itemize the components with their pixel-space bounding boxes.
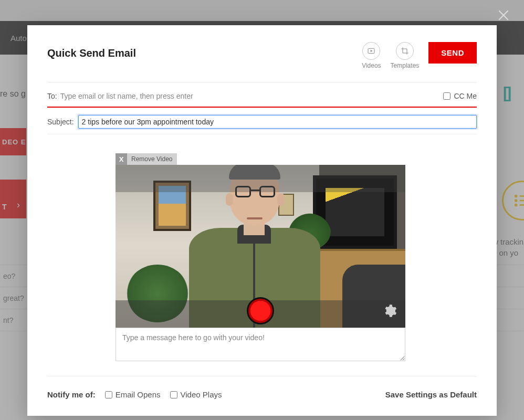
remove-video-label: Remove Video [127,153,177,165]
videos-button[interactable]: Videos [362,42,381,69]
crop-icon [396,42,414,60]
remove-video-button[interactable]: X [116,153,127,165]
email-opens-label: Email Opens [116,390,161,399]
remove-video-bar: X Remove Video [116,153,405,165]
notify-group: Notify me of: Email Opens Video Plays [47,390,222,399]
templates-label: Templates [391,62,420,69]
modal-footer: Notify me of: Email Opens Video Plays Sa… [47,376,477,399]
close-modal-button[interactable] [497,8,510,24]
modal-overlay[interactable]: Quick Send Email Videos Templates SEND [0,0,524,420]
video-top-shade [116,165,405,192]
subject-row: Subject: [47,115,477,134]
videos-label: Videos [362,62,381,69]
modal-header: Quick Send Email Videos Templates SEND [47,42,477,82]
play-icon [362,42,380,60]
video-plays-label: Video Plays [181,390,222,399]
video-settings-button[interactable] [382,303,397,320]
to-row: To: CC Me [47,82,477,108]
cc-me-label: CC Me [454,92,477,100]
to-input[interactable] [60,90,441,102]
gear-icon [382,303,397,318]
email-opens-checkbox[interactable] [105,391,112,398]
cc-me-checkbox[interactable] [443,92,450,100]
subject-label: Subject: [47,118,74,126]
quick-send-email-modal: Quick Send Email Videos Templates SEND [27,25,497,416]
video-plays-toggle[interactable]: Video Plays [170,390,222,399]
notify-label: Notify me of: [47,390,96,399]
video-preview[interactable] [116,165,405,328]
email-opens-toggle[interactable]: Email Opens [105,390,161,399]
send-button[interactable]: SEND [428,42,477,64]
record-button[interactable] [247,297,274,324]
templates-button[interactable]: Templates [391,42,420,69]
modal-title: Quick Send Email [47,42,136,59]
message-textarea[interactable] [116,328,405,361]
save-settings-default-button[interactable]: Save Settings as Default [385,390,477,399]
video-plays-checkbox[interactable] [170,391,177,398]
svg-marker-9 [371,50,373,52]
subject-input[interactable] [78,115,477,129]
video-area: X Remove Video [116,153,405,361]
close-icon: X [119,155,124,163]
cc-me-toggle[interactable]: CC Me [443,92,477,100]
header-actions: Videos Templates SEND [362,42,477,69]
to-label: To: [47,92,57,100]
